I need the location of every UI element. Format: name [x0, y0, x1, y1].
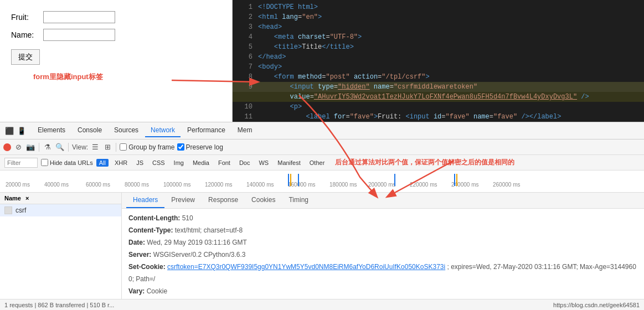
hide-data-urls-checkbox[interactable]	[41, 159, 48, 166]
device-mode-button[interactable]: 📱	[17, 126, 27, 136]
type-doc-button[interactable]: Doc	[236, 159, 253, 167]
request-icon	[4, 206, 12, 214]
tab-cookies[interactable]: Cookies	[245, 193, 282, 208]
req-bar-5	[454, 174, 455, 186]
separator-1	[39, 143, 39, 152]
tab-headers[interactable]: Headers	[126, 193, 164, 208]
request-item-csrf[interactable]: csrf	[0, 204, 121, 216]
details-panel: Headers Preview Response Cookies Timing …	[122, 193, 644, 310]
type-other-button[interactable]: Other	[307, 159, 328, 167]
type-manifest-button[interactable]: Manifest	[275, 159, 303, 167]
clear-button[interactable]: ⊘	[13, 142, 23, 152]
preserve-log-checkbox[interactable]	[177, 143, 184, 151]
hide-data-urls-text: Hide data URLs	[50, 159, 93, 166]
header-val-content-type: text/html; charset=utf-8	[175, 226, 243, 234]
header-val-server: WSGIServer/0.2 CPython/3.6.3	[153, 251, 246, 259]
code-line-9b: value="AHuvrIY53Wd2voat1TezHJukY7LoFXNf4…	[233, 92, 644, 102]
tick-60000: 60000 ms	[86, 182, 110, 188]
request-name: csrf	[16, 206, 26, 214]
tick-120000: 120000 ms	[205, 182, 232, 188]
name-label: Name:	[11, 30, 39, 39]
name-column-header: Name	[4, 195, 21, 202]
type-all-button[interactable]: All	[96, 159, 109, 167]
hide-data-urls-label[interactable]: Hide data URLs	[41, 159, 93, 166]
search-button[interactable]: 🔍	[55, 142, 65, 152]
header-set-cookie-path: 0; Path=/	[128, 274, 637, 284]
tab-console[interactable]: Console	[72, 124, 107, 137]
code-line-7: 7 <body>	[233, 62, 644, 72]
status-bar: 1 requests | 862 B transferred | 510 B r…	[0, 299, 644, 310]
large-view-button[interactable]: ⊞	[102, 142, 112, 152]
tick-200000: 200000 ms	[368, 182, 395, 188]
tab-network[interactable]: Network	[145, 124, 181, 137]
tab-performance[interactable]: Performance	[182, 124, 231, 137]
tick-100000: 100000 ms	[163, 182, 190, 188]
type-js-button[interactable]: JS	[133, 159, 146, 167]
status-left: 1 requests | 862 B transferred | 510 B r…	[4, 302, 114, 308]
code-line-5: 5 <title>Title</title>	[233, 42, 644, 52]
header-server: Server: WSGIServer/0.2 CPython/3.6.3	[128, 250, 637, 260]
camera-button[interactable]: 📷	[25, 142, 35, 152]
type-ws-button[interactable]: WS	[256, 159, 271, 167]
header-set-cookie: Set-Cookie: csrftoken=E7XQ3r0QWF939I5gg0…	[128, 262, 637, 272]
timeline[interactable]: 20000 ms 40000 ms 60000 ms 80000 ms 1000…	[0, 170, 644, 193]
form-annotation: form里隐藏input标签	[33, 72, 103, 82]
network-annotation: 后台通过算法对比两个值，保证两个值解密之后的值是相同的	[335, 158, 514, 167]
tick-240000: 240000 ms	[451, 182, 478, 188]
header-name-content-type: Content-Type:	[128, 226, 175, 234]
type-img-button[interactable]: Img	[171, 159, 187, 167]
name-input[interactable]	[43, 29, 115, 41]
header-vary: Vary: Cookie	[128, 286, 637, 296]
group-by-frame-checkbox[interactable]	[120, 143, 127, 151]
type-xhr-button[interactable]: XHR	[112, 159, 130, 167]
header-val-vary: Cookie	[147, 287, 167, 295]
preserve-log-label[interactable]: Preserve log	[177, 143, 223, 151]
code-line-11: 11 <label for="fave">Fruit: <input id="f…	[233, 112, 644, 122]
type-css-button[interactable]: CSS	[150, 159, 168, 167]
group-by-frame-label[interactable]: Group by frame	[120, 143, 174, 151]
header-val-set-cookie-path: 0; Path=/	[128, 275, 155, 283]
close-column-header: ×	[25, 195, 29, 202]
filter-input[interactable]	[4, 158, 38, 168]
tick-20000: 20000 ms	[6, 182, 30, 188]
tick-160000: 160000 ms	[288, 182, 315, 188]
tab-preview[interactable]: Preview	[164, 193, 202, 208]
tab-memory[interactable]: Mem	[232, 124, 258, 137]
tick-220000: 220000 ms	[410, 182, 437, 188]
type-media-button[interactable]: Media	[190, 159, 212, 167]
bottom-panel: Name × csrf Headers Preview Response Coo…	[0, 193, 644, 310]
code-line-2: 2 <html lang="en">	[233, 12, 644, 22]
code-line-1: 1 <!DOCTYPE html>	[233, 2, 644, 12]
filter-button[interactable]: ⚗	[43, 142, 53, 152]
requests-list: Name × csrf	[0, 193, 122, 310]
req-bar-6	[456, 174, 457, 186]
code-panel: 1 <!DOCTYPE html> 2 <html lang="en"> 3 <…	[233, 0, 644, 122]
tab-elements[interactable]: Elements	[32, 124, 71, 137]
view-label: View:	[72, 143, 88, 151]
name-row: Name:	[11, 29, 221, 41]
req-bar-2	[290, 174, 291, 186]
separator-3	[116, 143, 116, 152]
tab-sources[interactable]: Sources	[109, 124, 144, 137]
tab-timing[interactable]: Timing	[282, 193, 315, 208]
status-right: https://blog.csdn.net/geek64581	[553, 302, 640, 308]
headers-content: Content-Length: 510 Content-Type: text/h…	[122, 209, 644, 307]
details-tabs: Headers Preview Response Cookies Timing	[122, 193, 644, 209]
header-val-set-cookie-extra: ; expires=Wed, 27-May-2020 03:11:16 GMT;…	[447, 263, 636, 271]
list-view-button[interactable]: ☰	[90, 142, 100, 152]
tick-80000: 80000 ms	[125, 182, 149, 188]
inspect-element-button[interactable]: ⬛	[4, 126, 14, 136]
header-val-set-cookie-token: csrftoken=E7XQ3r0QWF939I5gg0YN1YwM5Y5vd0…	[167, 263, 445, 271]
header-name-date: Date:	[128, 239, 147, 246]
fruit-input[interactable]	[43, 11, 115, 23]
tab-response[interactable]: Response	[202, 193, 245, 208]
req-bar-1	[288, 174, 289, 186]
requests-header: Name ×	[0, 193, 121, 204]
header-date: Date: Wed, 29 May 2019 03:11:16 GMT	[128, 237, 637, 247]
header-content-type: Content-Type: text/html; charset=utf-8	[128, 225, 637, 235]
type-font-button[interactable]: Font	[215, 159, 233, 167]
record-button[interactable]	[3, 143, 11, 151]
fruit-label: Fruit:	[11, 13, 39, 22]
preserve-log-text: Preserve log	[186, 143, 223, 151]
submit-button[interactable]: 提交	[11, 49, 40, 65]
